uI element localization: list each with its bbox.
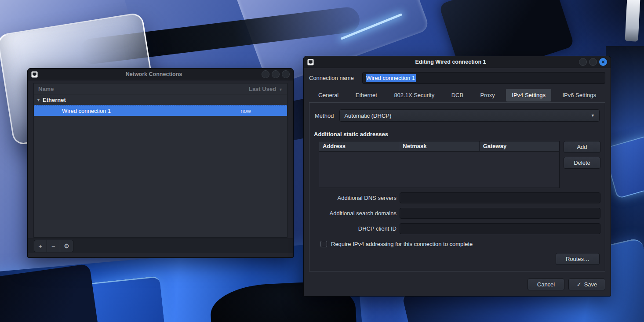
dns-row: Additional DNS servers xyxy=(314,192,600,203)
desktop: Network Connections Name Last Used▼ ▾ Et… xyxy=(0,0,644,322)
close-icon: ✕ xyxy=(601,60,605,65)
list-header: Name Last Used▼ xyxy=(34,83,287,94)
search-domains-row: Additional search domains xyxy=(314,208,600,219)
tab-ethernet[interactable]: Ethernet xyxy=(350,89,383,101)
method-label: Method xyxy=(315,112,334,119)
method-row: Method Automatic (DHCP) ▼ xyxy=(314,109,600,122)
close-button[interactable]: ✕ xyxy=(599,58,607,66)
routes-row: Routes… xyxy=(314,253,600,265)
ipv4-settings-page: Method Automatic (DHCP) ▼ Additional sta… xyxy=(309,102,605,271)
require-ipv4-row: Require IPv4 addressing for this connect… xyxy=(320,241,600,247)
edit-connection-button[interactable]: ⚙ xyxy=(60,240,73,252)
address-buttons: Add Delete xyxy=(564,141,600,188)
network-port-icon xyxy=(31,71,38,78)
tab-dcb[interactable]: DCB xyxy=(446,89,469,101)
settings-tab-bar: General Ethernet 802.1X Security DCB Pro… xyxy=(304,88,611,102)
group-label: Ethernet xyxy=(43,97,66,103)
connection-name: Wired connection 1 xyxy=(34,108,111,114)
dns-label: Additional DNS servers xyxy=(314,195,397,201)
dns-input[interactable] xyxy=(400,192,600,203)
delete-address-button[interactable]: Delete xyxy=(564,157,600,169)
connection-name-input[interactable]: Wired connection 1 xyxy=(362,72,605,84)
netmask-column-header[interactable]: Netmask xyxy=(399,141,479,151)
expander-icon[interactable]: ▾ xyxy=(37,98,40,102)
tab-general[interactable]: General xyxy=(313,89,344,101)
connections-toolbar: + − ⚙ xyxy=(28,239,293,253)
edit-connection-titlebar[interactable]: Editing Wired connection 1 ✕ xyxy=(304,56,611,68)
chevron-down-icon: ▼ xyxy=(591,113,595,118)
wired-connection-row[interactable]: Wired connection 1 now xyxy=(34,105,287,116)
method-selected-value: Automatic (DHCP) xyxy=(344,112,391,119)
require-ipv4-label: Require IPv4 addressing for this connect… xyxy=(331,241,473,247)
wallpaper-shape xyxy=(625,0,640,42)
name-column-header[interactable]: Name xyxy=(38,86,54,92)
plus-icon: + xyxy=(39,242,43,250)
add-connection-button[interactable]: + xyxy=(34,240,47,252)
routes-button[interactable]: Routes… xyxy=(556,253,600,265)
network-connections-titlebar[interactable]: Network Connections xyxy=(28,69,293,80)
dialog-footer: Cancel ✓ Save xyxy=(304,271,611,290)
network-connections-window: Network Connections Name Last Used▼ ▾ Et… xyxy=(27,68,294,258)
tab-ipv6-settings[interactable]: IPv6 Settings xyxy=(557,89,602,101)
edit-connection-window: Editing Wired connection 1 ✕ Connection … xyxy=(303,56,611,297)
window-title: Network Connections xyxy=(54,71,254,77)
connection-last-used: now xyxy=(240,108,251,114)
save-button[interactable]: ✓ Save xyxy=(568,279,605,290)
addresses-table[interactable]: Address Netmask Gateway xyxy=(319,141,560,188)
save-label: Save xyxy=(584,281,597,288)
connections-list: Name Last Used▼ ▾ Ethernet Wired connect… xyxy=(33,83,287,238)
address-column-header[interactable]: Address xyxy=(319,141,399,151)
tab-ipv4-settings[interactable]: IPv4 Settings xyxy=(506,89,551,101)
addresses-table-header: Address Netmask Gateway xyxy=(319,141,559,152)
close-button[interactable] xyxy=(282,70,290,78)
dhcp-client-row: DHCP client ID xyxy=(314,223,600,234)
minimize-button[interactable] xyxy=(262,70,269,78)
search-domains-label: Additional search domains xyxy=(314,210,397,217)
dhcp-client-label: DHCP client ID xyxy=(314,225,397,232)
method-dropdown[interactable]: Automatic (DHCP) ▼ xyxy=(339,109,600,122)
ethernet-group-row[interactable]: ▾ Ethernet xyxy=(34,94,287,105)
sort-arrow-icon: ▼ xyxy=(279,87,283,92)
remove-connection-button[interactable]: − xyxy=(47,240,60,252)
check-icon: ✓ xyxy=(577,281,582,288)
search-domains-input[interactable] xyxy=(400,208,600,219)
last-used-column-header[interactable]: Last Used▼ xyxy=(249,86,283,92)
minimize-button[interactable] xyxy=(579,58,587,66)
tab-proxy[interactable]: Proxy xyxy=(475,89,501,101)
static-addresses-heading: Additional static addresses xyxy=(314,131,600,137)
addresses-area: Address Netmask Gateway Add Delete xyxy=(319,141,600,188)
add-address-button[interactable]: Add xyxy=(564,141,600,153)
require-ipv4-checkbox[interactable] xyxy=(320,241,327,247)
addresses-table-body[interactable] xyxy=(319,152,559,188)
dhcp-client-input[interactable] xyxy=(400,223,600,234)
network-port-icon xyxy=(307,59,314,65)
maximize-button[interactable] xyxy=(272,70,280,78)
window-title: Editing Wired connection 1 xyxy=(330,59,571,65)
connection-name-row: Connection name Wired connection 1 xyxy=(309,72,605,84)
gear-icon: ⚙ xyxy=(64,242,69,250)
selected-text: Wired connection 1 xyxy=(366,74,416,82)
cancel-button[interactable]: Cancel xyxy=(528,279,564,290)
tab-8021x-security[interactable]: 802.1X Security xyxy=(388,89,440,101)
connection-name-label: Connection name xyxy=(309,75,354,81)
gateway-column-header[interactable]: Gateway xyxy=(480,141,559,151)
maximize-button[interactable] xyxy=(589,58,597,66)
minus-icon: − xyxy=(51,242,55,250)
